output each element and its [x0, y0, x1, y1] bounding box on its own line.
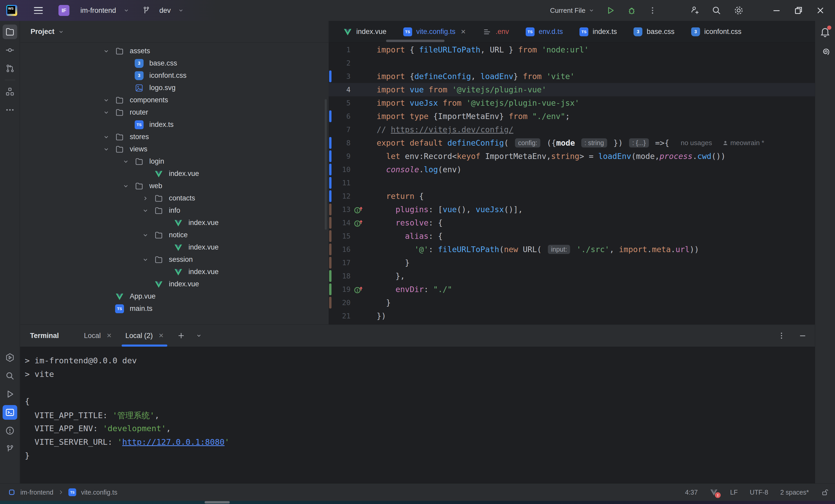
encoding[interactable]: UTF-8 — [750, 489, 768, 496]
pull-requests-tool-icon[interactable] — [3, 61, 17, 76]
gutter-action-icon[interactable]: I — [354, 218, 363, 227]
minimize-window-button[interactable] — [771, 5, 782, 16]
tree-item-index.vue[interactable]: index.vue — [20, 217, 328, 229]
new-terminal-tab-button[interactable] — [177, 331, 186, 340]
vcs-gutter-bar[interactable] — [329, 283, 331, 295]
chevron-down-icon[interactable] — [123, 7, 129, 13]
vcs-gutter-bar[interactable] — [329, 110, 331, 122]
vcs-gutter-bar[interactable] — [329, 150, 331, 162]
terminal-title[interactable]: Terminal — [30, 332, 59, 340]
restore-window-button[interactable] — [793, 5, 804, 16]
inlay-hint[interactable]: input: — [548, 245, 570, 254]
editor-tab-base.css[interactable]: 3base.css — [625, 21, 683, 43]
tree-chevron-icon[interactable] — [123, 183, 135, 189]
tree-item-info[interactable]: info — [20, 204, 328, 217]
vue-error-indicator[interactable]: ! — [710, 488, 718, 497]
structure-tool-icon[interactable] — [3, 84, 17, 99]
breadcrumb-project[interactable]: im-frontend — [20, 489, 53, 496]
editor-tab-env.d.ts[interactable]: TSenv.d.ts — [517, 21, 571, 43]
editor-tab-.env[interactable]: .env — [474, 21, 517, 43]
search-everywhere-icon[interactable] — [711, 5, 722, 16]
notifications-bell-icon[interactable] — [819, 26, 831, 38]
caret-position[interactable]: 4:37 — [685, 489, 698, 496]
gutter-action-icon[interactable]: I — [354, 205, 363, 214]
indent-style[interactable]: 2 spaces* — [780, 489, 809, 496]
problems-tool-icon[interactable] — [3, 423, 17, 438]
terminal-link[interactable]: http://127.0.0.1:8080 — [122, 437, 224, 447]
tree-item-login[interactable]: login — [20, 155, 328, 167]
main-menu-icon[interactable] — [34, 7, 43, 14]
tree-chevron-icon[interactable] — [142, 257, 154, 263]
tree-item-index.vue[interactable]: index.vue — [20, 266, 328, 278]
project-tree[interactable]: assets3base.css3iconfont.csslogo.svgcomp… — [20, 45, 328, 324]
vcs-gutter-bar[interactable] — [329, 204, 331, 215]
vcs-gutter-bar[interactable] — [329, 70, 331, 82]
find-tool-icon[interactable] — [3, 368, 17, 383]
code-editor[interactable]: 1import { fileURLToPath, URL } from 'nod… — [329, 43, 831, 324]
tree-item-base.css[interactable]: 3base.css — [20, 57, 328, 69]
project-panel-header[interactable]: Project — [20, 21, 328, 43]
chevron-down-icon[interactable] — [178, 7, 184, 13]
status-breadcrumb[interactable]: im-frontend TS vite.config.ts — [0, 488, 117, 496]
ai-assistant-icon[interactable] — [819, 46, 831, 58]
more-tool-windows-icon[interactable] — [3, 103, 17, 117]
vcs-gutter-bar[interactable] — [329, 257, 331, 268]
tree-chevron-icon[interactable] — [142, 207, 154, 214]
editor-area[interactable]: index.vueTSvite.config.ts✕.envTSenv.d.ts… — [329, 21, 835, 324]
editor-tab-iconfont.css[interactable]: 3iconfont.css — [683, 21, 750, 43]
git-branch-icon[interactable] — [142, 6, 151, 15]
more-options-icon[interactable] — [648, 6, 657, 15]
tree-chevron-icon[interactable] — [103, 48, 115, 54]
run-button[interactable] — [606, 6, 615, 15]
vcs-gutter-bar[interactable] — [329, 243, 331, 255]
tree-chevron-icon[interactable] — [103, 134, 115, 140]
tree-item-components[interactable]: components — [20, 94, 328, 106]
tree-item-contacts[interactable]: contacts — [20, 192, 328, 204]
tree-item-index.ts[interactable]: TSindex.ts — [20, 119, 328, 131]
vcs-gutter-bar[interactable] — [329, 230, 331, 242]
tree-item-notice[interactable]: notice — [20, 229, 328, 241]
tree-chevron-icon[interactable] — [103, 109, 115, 116]
commit-tool-icon[interactable] — [3, 43, 17, 57]
tree-chevron-icon[interactable] — [103, 97, 115, 103]
tree-item-logo.svg[interactable]: logo.svg — [20, 82, 328, 94]
tree-item-index.vue[interactable]: index.vue — [20, 167, 328, 180]
line-separator[interactable]: LF — [730, 489, 738, 496]
close-window-button[interactable] — [815, 5, 826, 16]
vcs-gutter-bar[interactable] — [329, 177, 331, 189]
lock-icon[interactable] — [821, 488, 829, 497]
vcs-gutter-bar[interactable] — [329, 270, 331, 282]
vcs-gutter-bar[interactable] — [329, 164, 331, 175]
tree-item-index.vue[interactable]: index.vue — [20, 278, 328, 290]
inlay-hint[interactable]: config: — [515, 138, 541, 147]
author-hint[interactable]: meowrain * — [722, 139, 764, 147]
tree-chevron-icon[interactable] — [103, 146, 115, 153]
terminal-tab-Local-2-[interactable]: Local (2)✕ — [119, 325, 170, 347]
hide-terminal-button[interactable] — [798, 331, 807, 340]
run-tool-icon[interactable] — [3, 387, 17, 401]
tree-item-router[interactable]: router — [20, 106, 328, 119]
editor-tab-index.vue[interactable]: index.vue — [335, 21, 395, 43]
code-with-me-icon[interactable] — [689, 5, 700, 16]
vcs-gutter-bar[interactable] — [329, 190, 331, 202]
tree-chevron-icon[interactable] — [142, 232, 154, 238]
tree-item-session[interactable]: session — [20, 254, 328, 266]
tree-item-views[interactable]: views — [20, 143, 328, 155]
terminal-tab-Local[interactable]: Local✕ — [77, 325, 119, 347]
tree-item-iconfont.css[interactable]: 3iconfont.css — [20, 69, 328, 82]
settings-gear-icon[interactable] — [733, 5, 744, 16]
tree-item-assets[interactable]: assets — [20, 45, 328, 57]
tree-item-stores[interactable]: stores — [20, 131, 328, 143]
terminal-output[interactable]: > im-frontend@0.0.0 dev> vite{ VITE_APP_… — [20, 347, 815, 483]
editor-tab-vite.config.ts[interactable]: TSvite.config.ts✕ — [395, 21, 474, 43]
vcs-gutter-bar[interactable] — [329, 137, 331, 149]
close-tab-icon[interactable]: ✕ — [159, 332, 164, 339]
terminal-options-chevron-icon[interactable] — [196, 333, 202, 339]
tree-item-web[interactable]: web — [20, 180, 328, 192]
tree-scrollbar[interactable] — [325, 99, 327, 230]
tree-chevron-icon[interactable] — [142, 195, 154, 201]
usages-hint[interactable]: no usages — [681, 139, 712, 147]
tree-item-main.ts[interactable]: TSmain.ts — [20, 303, 328, 315]
tree-item-index.vue[interactable]: index.vue — [20, 241, 328, 254]
close-tab-icon[interactable]: ✕ — [106, 332, 112, 339]
